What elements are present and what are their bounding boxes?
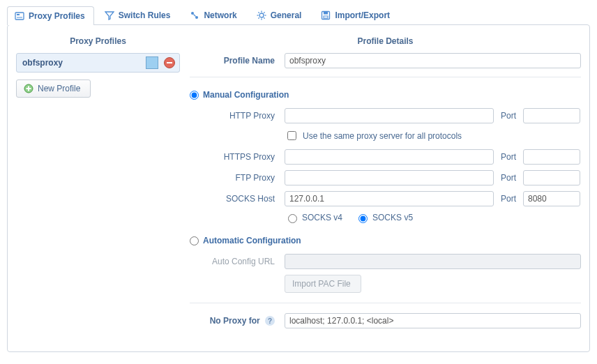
profile-color-swatch[interactable]: [146, 56, 158, 69]
port-label: Port: [494, 152, 523, 162]
no-proxy-label: No Proxy for ?: [190, 316, 285, 326]
no-proxy-input[interactable]: [285, 313, 581, 328]
port-label: Port: [494, 173, 523, 183]
svg-rect-16: [324, 16, 328, 18]
tab-switch-rules[interactable]: Switch Rules: [97, 6, 180, 24]
separator: [190, 77, 581, 77]
auto-config-label: Automatic Configuration: [203, 236, 301, 245]
button-label: Import PAC File: [292, 279, 351, 289]
delete-profile-icon[interactable]: [164, 57, 175, 68]
https-proxy-label: HTTPS Proxy: [205, 152, 285, 162]
svg-line-13: [264, 12, 264, 13]
socks-host-label: SOCKS Host: [205, 194, 285, 204]
manual-config-radio[interactable]: [190, 91, 199, 100]
auto-config-url-label: Auto Config URL: [205, 257, 285, 266]
socks-v4-option[interactable]: SOCKS v4: [285, 212, 342, 223]
proxy-profiles-panel: Proxy Profiles obfsproxy New Profile Pro…: [7, 24, 590, 352]
tab-label: General: [271, 10, 302, 20]
svg-point-5: [259, 13, 264, 17]
new-profile-button[interactable]: New Profile: [16, 79, 91, 98]
tab-label: Switch Rules: [119, 10, 171, 20]
socks-v4-radio[interactable]: [288, 214, 297, 223]
port-label: Port: [494, 111, 523, 121]
auto-config-radio[interactable]: [190, 236, 199, 245]
network-icon: [190, 10, 199, 20]
ftp-proxy-label: FTP Proxy: [205, 173, 285, 183]
socks-v5-label: SOCKS v5: [372, 213, 413, 222]
auto-config-url-input: [285, 254, 581, 269]
socks-v5-radio[interactable]: [358, 214, 368, 223]
svg-rect-1: [17, 14, 20, 15]
manual-config-label: Manual Configuration: [203, 90, 289, 100]
import-pac-button: Import PAC File: [285, 275, 361, 293]
plus-icon: [24, 84, 33, 93]
socks-v5-option[interactable]: SOCKS v5: [355, 212, 413, 223]
tab-import-export[interactable]: Import/Export: [313, 6, 399, 24]
http-proxy-label: HTTP Proxy: [205, 111, 285, 121]
tab-label: Proxy Profiles: [29, 11, 85, 21]
svg-point-4: [195, 16, 198, 19]
separator: [190, 303, 581, 303]
ftp-proxy-host-input[interactable]: [285, 170, 494, 185]
tab-network[interactable]: Network: [182, 6, 245, 24]
tab-label: Import/Export: [335, 10, 390, 20]
port-label: Port: [494, 194, 523, 204]
svg-point-3: [191, 12, 194, 15]
profile-item-name: obfsproxy: [22, 58, 146, 68]
proxy-profiles-icon: [15, 11, 24, 21]
tab-label: Network: [204, 10, 236, 20]
tab-proxy-profiles[interactable]: Proxy Profiles: [7, 6, 94, 25]
save-icon: [321, 10, 331, 20]
profile-name-label: Profile Name: [190, 56, 285, 66]
http-proxy-port-input[interactable]: [523, 108, 580, 123]
button-label: New Profile: [38, 84, 80, 93]
https-proxy-host-input[interactable]: [285, 149, 494, 165]
svg-rect-15: [324, 12, 328, 15]
svg-rect-2: [17, 17, 22, 18]
svg-rect-0: [15, 13, 24, 20]
socks-host-input[interactable]: [285, 191, 494, 206]
profile-name-input[interactable]: [285, 53, 581, 68]
ftp-proxy-port-input[interactable]: [523, 170, 580, 185]
profile-item[interactable]: obfsproxy: [16, 53, 180, 73]
socks-v4-label: SOCKS v4: [302, 213, 342, 222]
funnel-icon: [105, 10, 114, 20]
profile-details-heading: Profile Details: [190, 32, 581, 53]
tab-general[interactable]: General: [249, 6, 311, 24]
same-proxy-all-checkbox[interactable]: [287, 131, 296, 140]
socks-port-input[interactable]: [523, 191, 580, 206]
http-proxy-host-input[interactable]: [285, 108, 494, 123]
svg-line-10: [258, 12, 259, 13]
profiles-list-heading: Proxy Profiles: [16, 32, 180, 53]
svg-line-11: [264, 17, 264, 18]
help-icon[interactable]: ?: [265, 316, 275, 326]
same-proxy-all-label: Use the same proxy server for all protoc…: [303, 131, 462, 141]
gear-icon: [257, 10, 266, 20]
https-proxy-port-input[interactable]: [523, 149, 580, 165]
tab-bar: Proxy Profiles Switch Rules Network Gene…: [7, 6, 590, 24]
svg-line-12: [258, 17, 259, 18]
